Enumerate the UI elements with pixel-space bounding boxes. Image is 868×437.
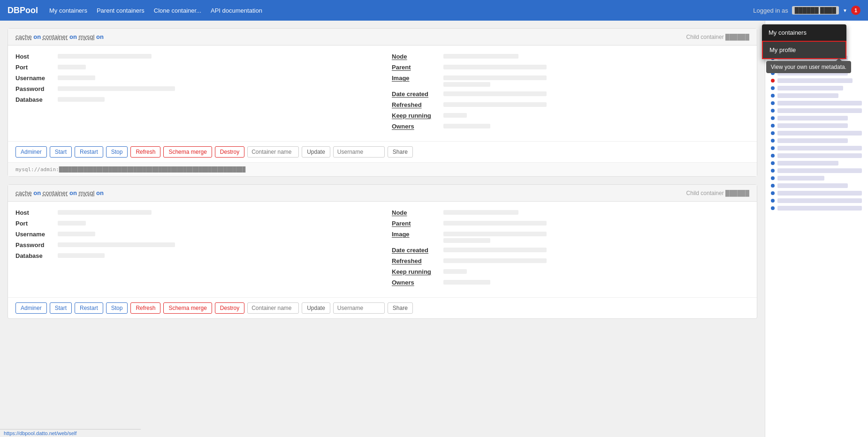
nav-parent-containers[interactable]: Parent containers	[97, 7, 145, 14]
container-header-2: cache on container on mysql on Child con…	[8, 185, 757, 202]
image-value-1a	[443, 75, 547, 80]
mysql-link-1[interactable]: mysql	[78, 33, 94, 40]
share-button-1[interactable]: Share	[388, 146, 413, 158]
sidebar-item-text-5	[777, 78, 853, 83]
stop-button-1[interactable]: Stop	[106, 146, 128, 158]
sidebar-item-7[interactable]	[765, 92, 868, 99]
logged-in-text: Logged in as	[753, 7, 788, 14]
container-name-input-2[interactable]	[247, 302, 299, 314]
notification-badge[interactable]: 1	[851, 6, 860, 15]
image-label-1: Image	[392, 75, 443, 82]
node-value-2	[443, 210, 518, 215]
refreshed-row-2: Refreshed	[392, 257, 749, 264]
username-input-2[interactable]	[333, 302, 385, 314]
sidebar-dot-7	[771, 94, 775, 98]
image-value-1b	[443, 82, 490, 87]
keep-running-value-1	[443, 113, 467, 118]
username-input-1[interactable]	[333, 146, 385, 158]
sidebar-dot-16	[771, 161, 775, 165]
sidebar-item-10[interactable]	[765, 114, 868, 122]
username-row-1: Username	[15, 75, 373, 82]
destroy-button-1[interactable]: Destroy	[215, 146, 244, 158]
database-label-1: Database	[15, 96, 58, 103]
update-button-2[interactable]: Update	[302, 302, 330, 314]
adminer-button-1[interactable]: Adminer	[15, 146, 47, 158]
sidebar-dot-14	[771, 146, 775, 150]
sidebar-item-6[interactable]	[765, 84, 868, 92]
sidebar-item-17[interactable]	[765, 167, 868, 174]
restart-button-1[interactable]: Restart	[75, 146, 103, 158]
share-button-2[interactable]: Share	[388, 302, 413, 314]
sidebar-item-22[interactable]	[765, 204, 868, 212]
database-row-1: Database	[15, 96, 373, 103]
start-button-2[interactable]: Start	[50, 302, 72, 314]
sidebar-dot-6	[771, 86, 775, 90]
status-bar: https://dbpool.datto.net/web/self	[0, 429, 141, 437]
navbar-nav: My containers Parent containers Clone co…	[49, 7, 753, 14]
nav-clone-container[interactable]: Clone container...	[154, 7, 201, 14]
image-label-2: Image	[392, 231, 443, 238]
sidebar-item-text-17	[777, 168, 862, 173]
sidebar-item-5[interactable]	[765, 77, 868, 84]
refreshed-label-2: Refreshed	[392, 257, 443, 264]
username-label-1: Username	[15, 75, 58, 82]
sidebar-item-text-20	[777, 191, 862, 196]
keep-running-row-1: Keep running	[392, 112, 749, 119]
mysql-link-2[interactable]: mysql	[78, 189, 94, 196]
content-area: cache on container on mysql on Child con…	[0, 21, 765, 437]
sidebar-item-19[interactable]	[765, 182, 868, 189]
refreshed-row-1: Refreshed	[392, 101, 749, 108]
node-row-1: Node	[392, 53, 749, 60]
schema-merge-button-1[interactable]: Schema merge	[163, 146, 212, 158]
update-button-1[interactable]: Update	[302, 146, 330, 158]
cache-link-2[interactable]: cache	[15, 189, 32, 196]
action-bar-2: Adminer Start Restart Stop Refresh Schem…	[8, 297, 757, 318]
on-1a: on	[33, 33, 43, 40]
password-row-1: Password	[15, 85, 373, 92]
sidebar-item-14[interactable]	[765, 144, 868, 152]
parent-row-1: Parent	[392, 64, 749, 71]
nav-api-documentation[interactable]: API documentation	[211, 7, 262, 14]
sidebar-item-9[interactable]	[765, 107, 868, 114]
dd-my-containers[interactable]: My containers	[762, 24, 846, 41]
owners-row-2: Owners	[392, 279, 749, 286]
refresh-button-2[interactable]: Refresh	[130, 302, 160, 314]
sidebar-item-11[interactable]	[765, 122, 868, 129]
sidebar-dot-20	[771, 191, 775, 195]
adminer-button-2[interactable]: Adminer	[15, 302, 47, 314]
destroy-button-2[interactable]: Destroy	[215, 302, 244, 314]
restart-button-2[interactable]: Restart	[75, 302, 103, 314]
sidebar-item-12[interactable]	[765, 129, 868, 137]
container-card-2: cache on container on mysql on Child con…	[8, 184, 757, 319]
port-value-2	[58, 221, 86, 226]
container-link-2[interactable]: container	[43, 189, 68, 196]
sidebar-dot-11	[771, 124, 775, 128]
dropdown-arrow[interactable]: ▼	[843, 8, 847, 13]
refresh-button-1[interactable]: Refresh	[130, 146, 160, 158]
sidebar-item-21[interactable]	[765, 197, 868, 204]
sidebar-item-13[interactable]	[765, 137, 868, 144]
sidebar-item-text-19	[777, 183, 848, 188]
start-button-1[interactable]: Start	[50, 146, 72, 158]
username-value-2	[58, 232, 95, 236]
cache-link-1[interactable]: cache	[15, 33, 32, 40]
sidebar-item-18[interactable]	[765, 174, 868, 182]
nav-my-containers[interactable]: My containers	[49, 7, 87, 14]
container-link-1[interactable]: container	[43, 33, 68, 40]
on-2b: on	[69, 189, 79, 196]
sidebar-dot-10	[771, 116, 775, 120]
sidebar-item-16[interactable]	[765, 159, 868, 167]
schema-merge-button-2[interactable]: Schema merge	[163, 302, 212, 314]
sidebar-dot-12	[771, 131, 775, 135]
sidebar-item-8[interactable]	[765, 99, 868, 107]
date-created-label-2: Date created	[392, 247, 443, 254]
port-label-2: Port	[15, 220, 58, 227]
sidebar-item-20[interactable]	[765, 189, 868, 197]
stop-button-2[interactable]: Stop	[106, 302, 128, 314]
container-name-input-1[interactable]	[247, 146, 299, 158]
sidebar-dot-9	[771, 109, 775, 113]
host-row-2: Host	[15, 209, 373, 216]
sidebar: My	[765, 21, 868, 437]
sidebar-item-15[interactable]	[765, 152, 868, 159]
dd-my-profile[interactable]: My profile	[762, 41, 846, 59]
